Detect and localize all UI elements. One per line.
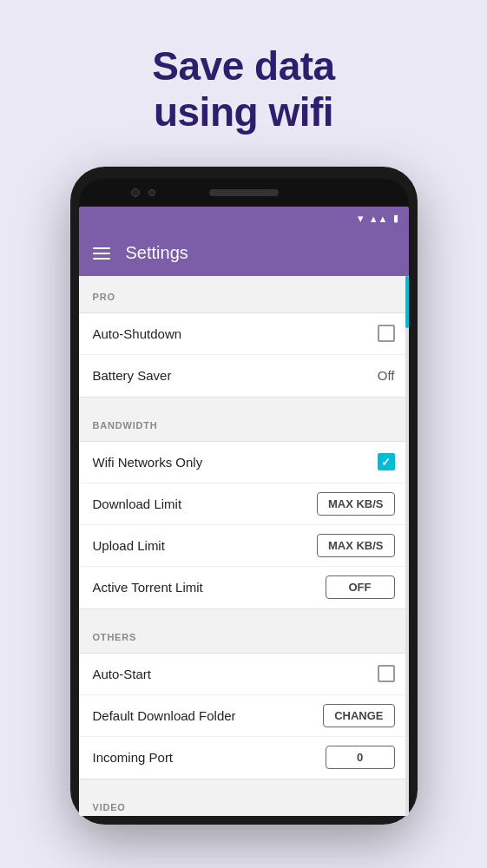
status-bar: ▾ ▲▲ ▮ (79, 207, 409, 231)
incoming-port-label: Incoming Port (93, 750, 174, 765)
hero-text: Save data using wifi (152, 43, 334, 135)
wifi-status-icon: ▾ (358, 212, 364, 225)
setting-row-auto-start[interactable]: Auto-Start (79, 654, 409, 695)
section-header-pro: PRO (79, 283, 409, 306)
section-group-others: Auto-Start Default Download Folder CHANG… (79, 653, 409, 779)
section-header-bandwidth: BANDWIDTH (79, 411, 409, 434)
camera-right-icon (148, 189, 155, 196)
setting-row-auto-shutdown[interactable]: Auto-Shutdown (79, 313, 409, 355)
download-folder-button[interactable]: CHANGE (323, 704, 394, 727)
battery-saver-label: Battery Saver (93, 368, 172, 383)
upload-limit-label: Upload Limit (93, 538, 165, 553)
hamburger-line-2 (93, 253, 110, 254)
active-torrent-label: Active Torrent Limit (93, 580, 203, 595)
hero-line1: Save data (152, 43, 334, 89)
setting-row-battery-saver[interactable]: Battery Saver Off (79, 355, 409, 397)
phone-frame: ▾ ▲▲ ▮ Settings PRO Auto-Shutdown (70, 167, 418, 825)
battery-saver-value: Off (378, 368, 395, 383)
hero-line2: using wifi (154, 89, 333, 135)
incoming-port-button[interactable]: 0 (326, 746, 395, 769)
section-group-pro: Auto-Shutdown Battery Saver Off (79, 312, 409, 398)
app-bar: Settings (79, 231, 409, 276)
setting-row-upload-limit[interactable]: Upload Limit MAX KB/S (79, 525, 409, 567)
section-header-video: VIDEO (79, 793, 409, 816)
speaker (209, 189, 279, 196)
hamburger-menu-button[interactable] (93, 247, 110, 260)
setting-row-active-torrent[interactable]: Active Torrent Limit OFF (79, 567, 409, 608)
upload-limit-button[interactable]: MAX KB/S (317, 534, 395, 557)
download-limit-label: Download Limit (93, 496, 182, 511)
spacer-top-video (79, 786, 409, 793)
hero-section: Save data using wifi (152, 0, 334, 135)
auto-shutdown-label: Auto-Shutdown (93, 326, 182, 341)
phone-screen: ▾ ▲▲ ▮ Settings PRO Auto-Shutdown (79, 207, 409, 816)
camera-left-icon (131, 188, 140, 197)
hamburger-line-1 (93, 247, 110, 249)
signal-bars-icon: ▲▲ (369, 214, 388, 224)
auto-start-label: Auto-Start (93, 667, 152, 681)
wifi-only-checkbox[interactable]: ✓ (378, 453, 395, 470)
phone-top-bar (79, 179, 409, 207)
setting-row-download-limit[interactable]: Download Limit MAX KB/S (79, 483, 409, 525)
wifi-only-label: Wifi Networks Only (93, 455, 203, 470)
section-header-others: OTHERS (79, 623, 409, 646)
spacer-top-pro (79, 276, 409, 283)
download-limit-button[interactable]: MAX KB/S (317, 492, 395, 516)
setting-row-wifi-only[interactable]: Wifi Networks Only ✓ (79, 442, 409, 483)
app-bar-title: Settings (126, 243, 188, 263)
battery-icon: ▮ (393, 213, 398, 224)
download-folder-label: Default Download Folder (93, 708, 236, 723)
scroll-thumb[interactable] (405, 276, 409, 328)
scroll-indicator[interactable] (405, 276, 409, 816)
auto-start-checkbox[interactable] (378, 665, 395, 682)
setting-row-download-folder[interactable]: Default Download Folder CHANGE (79, 695, 409, 737)
hamburger-line-3 (93, 258, 110, 260)
auto-shutdown-checkbox[interactable] (378, 325, 395, 342)
settings-scroll-area[interactable]: PRO Auto-Shutdown Battery Saver Off BAND… (79, 276, 409, 816)
setting-row-incoming-port[interactable]: Incoming Port 0 (79, 737, 409, 779)
section-group-bandwidth: Wifi Networks Only ✓ Download Limit MAX … (79, 441, 409, 609)
spacer-top-bandwidth (79, 404, 409, 411)
spacer-top-others (79, 616, 409, 623)
active-torrent-button[interactable]: OFF (326, 575, 395, 599)
